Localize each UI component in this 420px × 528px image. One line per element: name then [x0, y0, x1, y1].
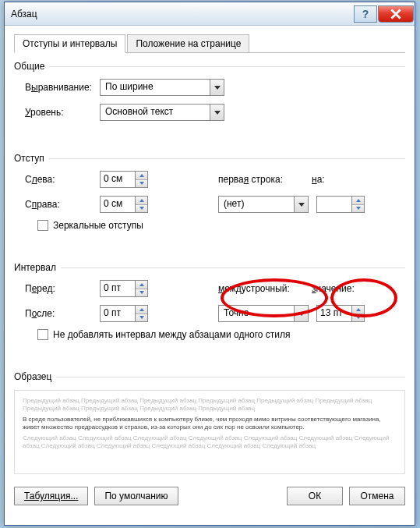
- mirror-indents-checkbox[interactable]: Зеркальные отступы: [14, 220, 405, 231]
- dialog-content: Отступы и интервалы Положение на страниц…: [5, 26, 415, 513]
- first-line-combo[interactable]: (нет): [218, 196, 309, 213]
- preview-prev-text: Предыдущий абзац Предыдущий абзац Предыд…: [23, 397, 397, 413]
- chevron-down-icon[interactable]: [210, 80, 224, 95]
- section-preview-title: Образец: [14, 371, 51, 382]
- line-spacing-label: междустрочный:: [218, 283, 304, 294]
- checkbox-icon: [37, 329, 48, 340]
- spinner-up-icon[interactable]: [352, 306, 364, 314]
- level-label: Уровень:: [14, 107, 100, 118]
- preview-next-text: Следующий абзац Следующий абзац Следующи…: [23, 434, 397, 451]
- spinner-up-icon[interactable]: [136, 172, 147, 180]
- section-spacing: Интервал: [14, 262, 405, 273]
- titlebar[interactable]: Абзац ?: [5, 2, 415, 26]
- spacing-after-spinner[interactable]: 0 пт: [100, 305, 148, 322]
- spinner-up-icon[interactable]: [136, 281, 147, 289]
- ok-button[interactable]: ОК: [287, 487, 343, 505]
- indent-left-spinner[interactable]: 0 см: [100, 171, 148, 188]
- spacing-after-label: После:: [14, 308, 100, 319]
- default-button[interactable]: По умолчанию: [94, 487, 178, 505]
- spacing-before-label: Перед:: [14, 283, 100, 294]
- indent-right-spinner[interactable]: 0 см: [100, 196, 148, 213]
- button-row: Табуляция... По умолчанию ОК Отмена: [14, 487, 405, 505]
- chevron-down-icon[interactable]: [294, 197, 308, 212]
- indent-right-label: Справа:: [14, 199, 100, 210]
- tabs-button[interactable]: Табуляция...: [14, 487, 88, 505]
- section-preview: Образец: [14, 371, 405, 382]
- spinner-down-icon[interactable]: [136, 180, 147, 188]
- value-label: значение:: [312, 283, 358, 294]
- spinner-down-icon[interactable]: [136, 289, 147, 297]
- no-space-same-style-checkbox[interactable]: Не добавлять интервал между абзацами одн…: [14, 329, 405, 340]
- preview-pane: Предыдущий абзац Предыдущий абзац Предыд…: [14, 390, 405, 474]
- first-line-label: первая строка:: [218, 174, 304, 185]
- section-indent: Отступ: [14, 153, 405, 164]
- tab-bar: Отступы и интервалы Положение на страниц…: [14, 34, 405, 53]
- tab-page-position[interactable]: Положение на странице: [127, 34, 249, 53]
- paragraph-dialog: Абзац ? Отступы и интервалы Положение на…: [4, 2, 415, 526]
- on-label: на:: [312, 174, 332, 185]
- spinner-up-icon[interactable]: [352, 197, 364, 205]
- section-indent-title: Отступ: [14, 153, 44, 164]
- section-general: Общие: [14, 61, 405, 72]
- spacing-before-spinner[interactable]: 0 пт: [100, 280, 148, 297]
- close-icon: [390, 9, 401, 19]
- chevron-down-icon[interactable]: [210, 105, 224, 120]
- indent-left-label: Слева:: [14, 174, 100, 185]
- alignment-combo[interactable]: По ширине: [100, 79, 224, 96]
- line-spacing-value-spinner[interactable]: 13 пт: [316, 305, 365, 322]
- line-spacing-combo[interactable]: Точно: [218, 305, 309, 322]
- spinner-down-icon[interactable]: [136, 205, 147, 213]
- section-general-title: Общие: [14, 61, 44, 72]
- level-combo[interactable]: Основной текст: [100, 104, 224, 121]
- first-line-value-spinner[interactable]: [316, 196, 365, 213]
- spinner-up-icon[interactable]: [136, 197, 147, 205]
- cancel-button[interactable]: Отмена: [349, 487, 405, 505]
- alignment-label: Выравнивание:: [14, 82, 100, 93]
- spinner-up-icon[interactable]: [136, 306, 147, 314]
- preview-sample-text: В среде пользователей, не приближавшихся…: [23, 416, 397, 432]
- chevron-down-icon[interactable]: [294, 306, 308, 321]
- spinner-down-icon[interactable]: [352, 205, 364, 213]
- tab-indents-spacing[interactable]: Отступы и интервалы: [14, 34, 125, 53]
- section-spacing-title: Интервал: [14, 262, 56, 273]
- spinner-down-icon[interactable]: [136, 314, 147, 322]
- checkbox-icon: [37, 220, 48, 231]
- help-button[interactable]: ?: [354, 5, 377, 23]
- dialog-title: Абзац: [11, 9, 354, 19]
- close-button[interactable]: [378, 5, 414, 23]
- spinner-down-icon[interactable]: [352, 314, 364, 322]
